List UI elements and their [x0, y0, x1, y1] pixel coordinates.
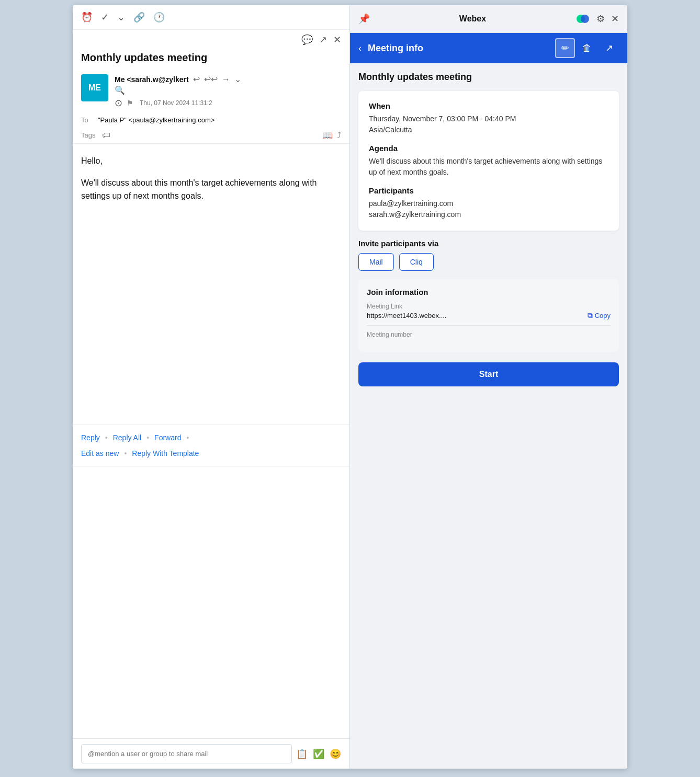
compose-emoji-icon[interactable]: 😊 [330, 748, 341, 760]
link-icon[interactable]: 🔗 [133, 12, 145, 23]
expand-details-icon[interactable]: ⊙ [115, 97, 122, 109]
when-section: When Thursday, November 7, 03:00 PM - 04… [369, 101, 608, 135]
reply-all-button[interactable]: Reply All [113, 431, 141, 444]
search-icon[interactable]: 🔍 [115, 85, 125, 95]
copy-icon: ⧉ [588, 311, 593, 320]
email-toolbar: ⏰ ✓ ⌄ 🔗 🕐 [73, 5, 349, 30]
forward-button[interactable]: Forward [154, 431, 181, 444]
svg-point-1 [581, 15, 589, 23]
tag-icon[interactable]: 🏷 [102, 131, 110, 140]
compose-footer-icons: 📋 ✅ 😊 [296, 748, 341, 760]
participants-section: Participants paula@zylkertraining.com sa… [369, 186, 608, 220]
participant-2: sarah.w@zylkertraining.com [369, 209, 608, 220]
settings-icon[interactable]: ⚙ [596, 13, 605, 25]
webex-topbar: 📌 Webex ⚙ ✕ [350, 5, 627, 33]
search-pin-icon[interactable]: 📌 [358, 13, 370, 25]
check-dropdown-icon[interactable]: ⌄ [117, 12, 125, 23]
book-icon[interactable]: 📖 [322, 130, 333, 140]
tags-row: Tags 🏷 📖 ⤴ [73, 127, 349, 144]
meeting-link-value-row: https://meet1403.webex.... ⧉ Copy [367, 311, 611, 320]
alarm-icon[interactable]: ⏰ [81, 12, 93, 23]
check-icon[interactable]: ✓ [101, 12, 109, 23]
close-icon[interactable]: ✕ [333, 34, 341, 45]
compose-list-icon[interactable]: 📋 [296, 748, 308, 760]
timezone-value: Asia/Calcutta [369, 124, 608, 135]
join-info-card: Join information Meeting Link https://me… [358, 279, 619, 352]
meeting-number-row: Meeting number [367, 325, 611, 338]
reply-actions: Reply • Reply All • Forward • Edit as ne… [73, 425, 349, 466]
to-row: To "Paula P" <paula@zylkertraining.com> [73, 113, 349, 127]
webex-logo-icon [575, 12, 590, 26]
reply-all-icon[interactable]: ↩↩ [204, 74, 218, 84]
meeting-title: Monthly updates meeting [358, 72, 619, 83]
invite-label: Invite participants via [358, 239, 619, 248]
sender-avatar: ME [81, 74, 108, 101]
agenda-section: Agenda We'll discuss about this month's … [369, 144, 608, 178]
reply-with-template-button[interactable]: Reply With Template [132, 447, 199, 460]
expand-icon[interactable]: ↗ [319, 34, 327, 45]
join-info-title: Join information [367, 288, 611, 296]
meeting-info-title: Meeting info [368, 43, 549, 54]
invite-section: Invite participants via Mail Cliq [358, 239, 619, 271]
reply-row-2: Edit as new • Reply With Template [81, 447, 341, 460]
meeting-info-action-buttons: ✏ 🗑 ↗ [555, 38, 619, 58]
email-meta: Me <sarah.w@zylkert ↩ ↩↩ → ⌄ 🔍 ⊙ ⚑ Thu, … [115, 74, 341, 109]
email-top-actions: 💬 ↗ ✕ [73, 30, 349, 50]
flag-icon: ⚑ [127, 99, 133, 107]
meeting-link-label: Meeting Link [367, 303, 611, 310]
forward-icon[interactable]: → [222, 75, 230, 84]
meeting-info-header: ‹ Meeting info ✏ 🗑 ↗ [350, 33, 627, 63]
reply-row-1: Reply • Reply All • Forward • [81, 431, 341, 444]
back-icon[interactable]: ‹ [358, 43, 362, 54]
copy-link-button[interactable]: ⧉ Copy [588, 311, 611, 320]
greeting: Hello, [81, 154, 341, 168]
copy-label: Copy [595, 312, 611, 319]
sender-name: Me <sarah.w@zylkert [115, 75, 189, 84]
webex-title: Webex [376, 14, 569, 24]
compose-check-icon[interactable]: ✅ [313, 748, 324, 760]
chat-icon[interactable]: 💬 [301, 34, 313, 45]
clock-icon[interactable]: 🕐 [153, 12, 165, 23]
email-panel: ⏰ ✓ ⌄ 🔗 🕐 💬 ↗ ✕ Monthly updates meeting … [73, 5, 350, 769]
tags-label: Tags [81, 131, 98, 139]
agenda-value: We'll discuss about this month's target … [369, 156, 608, 178]
agenda-label: Agenda [369, 144, 608, 153]
when-label: When [369, 101, 608, 110]
compose-area [73, 466, 349, 739]
email-date: Thu, 07 Nov 2024 11:31:2 [140, 99, 212, 107]
body-message: We'll discuss about this month's target … [81, 176, 341, 203]
compose-input[interactable] [81, 744, 292, 763]
edit-meeting-button[interactable]: ✏ [555, 38, 575, 58]
start-meeting-button[interactable]: Start [358, 362, 619, 386]
delete-meeting-button[interactable]: 🗑 [577, 38, 597, 58]
meeting-details-card: When Thursday, November 7, 03:00 PM - 04… [358, 91, 619, 231]
reply-button[interactable]: Reply [81, 431, 100, 444]
invite-mail-button[interactable]: Mail [358, 253, 394, 271]
email-header: ME Me <sarah.w@zylkert ↩ ↩↩ → ⌄ 🔍 ⊙ ⚑ Th… [73, 70, 349, 113]
to-value: "Paula P" <paula@zylkertraining.com> [98, 116, 214, 124]
date-row: ⊙ ⚑ Thu, 07 Nov 2024 11:31:2 [115, 97, 341, 109]
invite-cliq-button[interactable]: Cliq [399, 253, 434, 271]
to-label: To [81, 116, 94, 124]
participants-label: Participants [369, 186, 608, 195]
search-row: 🔍 [115, 85, 341, 95]
close-webex-icon[interactable]: ✕ [611, 13, 619, 25]
meeting-content: Monthly updates meeting When Thursday, N… [350, 63, 627, 769]
from-row: Me <sarah.w@zylkert ↩ ↩↩ → ⌄ [115, 74, 341, 84]
open-external-button[interactable]: ↗ [599, 38, 619, 58]
compose-footer: 📋 ✅ 😊 [73, 738, 349, 769]
share-icon[interactable]: ⤴ [337, 131, 341, 140]
reply-icon[interactable]: ↩ [193, 74, 200, 84]
meeting-link-value: https://meet1403.webex.... [367, 312, 583, 319]
meeting-number-label: Meeting number [367, 331, 611, 338]
meeting-link-row: Meeting Link https://meet1403.webex.... … [367, 303, 611, 320]
when-value: Thursday, November 7, 03:00 PM - 04:40 P… [369, 113, 608, 124]
participant-1: paula@zylkertraining.com [369, 198, 608, 209]
more-icon[interactable]: ⌄ [234, 74, 241, 84]
invite-buttons: Mail Cliq [358, 253, 619, 271]
email-subject: Monthly updates meeting [73, 50, 349, 70]
email-body: Hello, We'll discuss about this month's … [73, 144, 349, 425]
webex-panel: 📌 Webex ⚙ ✕ ‹ Meeting info ✏ 🗑 ↗ Monthly… [350, 5, 627, 769]
edit-as-new-button[interactable]: Edit as new [81, 447, 119, 460]
